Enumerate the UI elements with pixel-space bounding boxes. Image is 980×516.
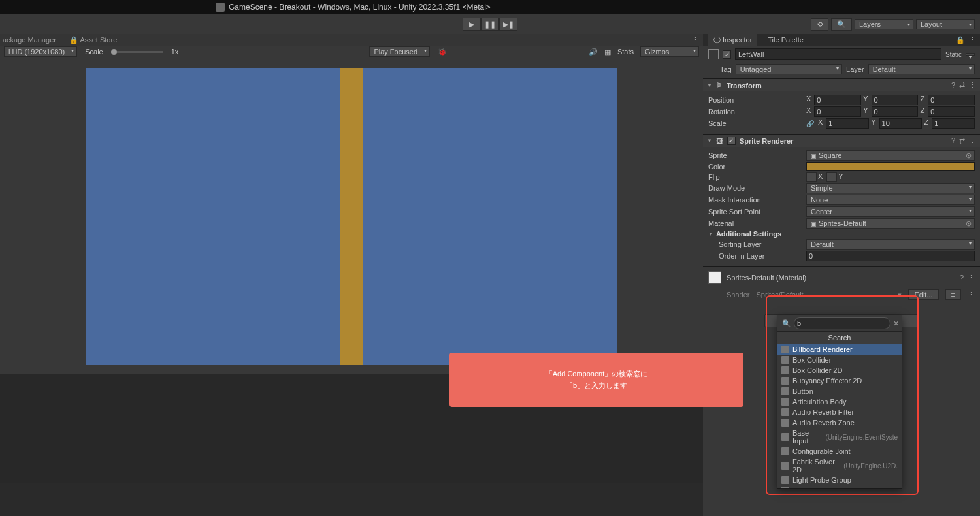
- rotation-label: Rotation: [708, 108, 804, 116]
- window-title: GameScene - Breakout - Windows, Mac, Lin…: [229, 3, 491, 12]
- sprite-renderer-component: ▼ 🖼 ✓ Sprite Renderer ?⇄⋮ SpriteSquare C…: [703, 134, 980, 266]
- scale-slider[interactable]: [111, 51, 163, 53]
- search-button[interactable]: 🔍: [831, 18, 852, 31]
- more-icon[interactable]: ⋮: [969, 36, 976, 44]
- search-result-item[interactable]: Light Probe Proxy Volume: [777, 485, 902, 488]
- menu-icon[interactable]: ⋮: [968, 291, 975, 299]
- gameobject-icon[interactable]: [708, 49, 719, 59]
- game-toolbar: l HD (1920x1080) Scale 1x Play Focused 🐞…: [0, 46, 703, 57]
- pos-y[interactable]: [872, 95, 919, 105]
- rot-x[interactable]: [814, 106, 861, 117]
- additional-settings-label[interactable]: Additional Settings: [716, 230, 781, 238]
- help-icon[interactable]: ?: [951, 81, 955, 89]
- position-label: Position: [708, 96, 804, 104]
- collapse-icon[interactable]: ▼: [707, 82, 712, 88]
- mask-dropdown[interactable]: None: [806, 195, 975, 205]
- play-button[interactable]: ▶: [463, 18, 481, 31]
- rot-z[interactable]: [928, 106, 975, 117]
- material-header[interactable]: Sprites-Default (Material) ?⋮: [703, 266, 980, 288]
- game-viewport: [0, 57, 703, 374]
- menu-icon[interactable]: ⋮: [969, 81, 976, 89]
- pos-z[interactable]: [928, 95, 975, 105]
- stats-button[interactable]: Stats: [617, 48, 634, 56]
- tag-dropdown[interactable]: Untagged: [736, 64, 842, 74]
- preset-icon[interactable]: ⇄: [959, 137, 965, 145]
- layout-dropdown[interactable]: Layout: [916, 19, 975, 29]
- sorting-layer-dropdown[interactable]: Default: [806, 239, 975, 250]
- help-icon[interactable]: ?: [960, 274, 964, 282]
- search-result-item[interactable]: Box Collider: [777, 355, 902, 365]
- component-search-input[interactable]: [794, 317, 890, 329]
- flip-y-checkbox[interactable]: [826, 172, 837, 182]
- left-wall-sprite: [340, 68, 363, 365]
- layer-dropdown[interactable]: Default: [868, 64, 975, 74]
- play-focused-dropdown[interactable]: Play Focused: [369, 46, 430, 57]
- add-component-popup: 🔍 ✕ Search Billboard RendererBox Collide…: [777, 315, 902, 489]
- preset-button[interactable]: ≡: [945, 289, 961, 300]
- clear-icon[interactable]: ✕: [890, 319, 902, 328]
- bug-icon[interactable]: 🐞: [438, 48, 447, 56]
- search-result-item[interactable]: Button: [777, 386, 902, 396]
- search-result-item[interactable]: Base Input(UnityEngine.EventSyste: [777, 428, 902, 446]
- pause-button[interactable]: ❚❚: [481, 18, 499, 31]
- layer-label: Layer: [846, 65, 864, 73]
- sprite-label: Sprite: [708, 152, 804, 159]
- draw-mode-dropdown[interactable]: Simple: [806, 183, 975, 193]
- tab-inspector[interactable]: ⓘ Inspector: [708, 34, 757, 46]
- game-view-panel: ackage Manager 🔒 Asset Store ⋮ l HD (192…: [0, 34, 703, 516]
- pos-x[interactable]: [814, 95, 861, 105]
- search-result-item[interactable]: Audio Reverb Filter: [777, 407, 902, 417]
- sprite-field[interactable]: Square: [806, 150, 975, 161]
- object-name-input[interactable]: [735, 48, 941, 60]
- panel-tabs: ackage Manager 🔒 Asset Store ⋮: [0, 34, 703, 46]
- play-controls: ▶ ❚❚ ▶❚: [463, 18, 517, 31]
- enabled-checkbox[interactable]: ✓: [727, 137, 736, 145]
- tab-more-icon[interactable]: ⋮: [692, 36, 699, 44]
- annotation-callout: 「Add Component」の検索窓に 「b」と入力します: [449, 353, 743, 407]
- grid-icon[interactable]: ▦: [604, 48, 611, 56]
- preset-icon[interactable]: ⇄: [959, 81, 965, 89]
- search-result-item[interactable]: Box Collider 2D: [777, 365, 902, 376]
- gizmos-dropdown[interactable]: Gizmos: [640, 46, 699, 57]
- scl-y[interactable]: [879, 118, 923, 129]
- scl-z[interactable]: [932, 118, 975, 129]
- scl-x[interactable]: [826, 118, 869, 129]
- search-result-item[interactable]: Audio Reverb Zone: [777, 417, 902, 428]
- titlebar: GameScene - Breakout - Windows, Mac, Lin…: [0, 0, 980, 14]
- flip-label: Flip: [708, 173, 804, 181]
- search-result-item[interactable]: Articulation Body: [777, 396, 902, 407]
- lock-icon[interactable]: 🔒: [956, 36, 965, 44]
- layers-dropdown[interactable]: Layers: [855, 19, 913, 29]
- constrain-icon[interactable]: 🔗: [806, 120, 814, 127]
- order-input[interactable]: [806, 251, 975, 261]
- sorting-layer-label: Sorting Layer: [708, 240, 804, 248]
- resolution-dropdown[interactable]: l HD (1920x1080): [4, 46, 77, 57]
- undo-history-button[interactable]: ⟲: [811, 18, 828, 31]
- search-result-item[interactable]: Fabrik Solver 2D(UnityEngine.U2D.: [777, 457, 902, 475]
- tab-tile-palette[interactable]: Tile Palette: [768, 36, 804, 44]
- rot-y[interactable]: [872, 106, 919, 117]
- search-result-item[interactable]: Configurable Joint: [777, 446, 902, 457]
- tab-asset-store[interactable]: 🔒 Asset Store: [69, 36, 117, 44]
- menu-icon[interactable]: ⋮: [968, 274, 975, 282]
- game-scene: [86, 68, 617, 365]
- material-field[interactable]: Sprites-Default: [806, 218, 975, 229]
- help-icon[interactable]: ?: [951, 137, 955, 145]
- color-field[interactable]: [806, 162, 975, 171]
- material-name: Sprites-Default (Material): [727, 274, 806, 282]
- collapse-icon[interactable]: ▼: [707, 138, 712, 144]
- static-dropdown[interactable]: [966, 53, 975, 56]
- search-result-item[interactable]: Buoyancy Effector 2D: [777, 376, 902, 386]
- flip-x-checkbox[interactable]: [806, 172, 817, 182]
- search-result-item[interactable]: Light Probe Group: [777, 475, 902, 485]
- active-checkbox[interactable]: ✓: [723, 50, 731, 59]
- search-header: Search: [777, 331, 902, 344]
- edit-button[interactable]: Edit...: [908, 289, 938, 300]
- console-strip: [0, 483, 703, 516]
- mute-icon[interactable]: 🔊: [589, 48, 598, 56]
- sort-point-dropdown[interactable]: Center: [806, 206, 975, 217]
- tab-package-manager[interactable]: ackage Manager: [3, 36, 56, 44]
- menu-icon[interactable]: ⋮: [969, 137, 976, 145]
- step-button[interactable]: ▶❚: [499, 18, 517, 31]
- search-result-item[interactable]: Billboard Renderer: [777, 344, 902, 355]
